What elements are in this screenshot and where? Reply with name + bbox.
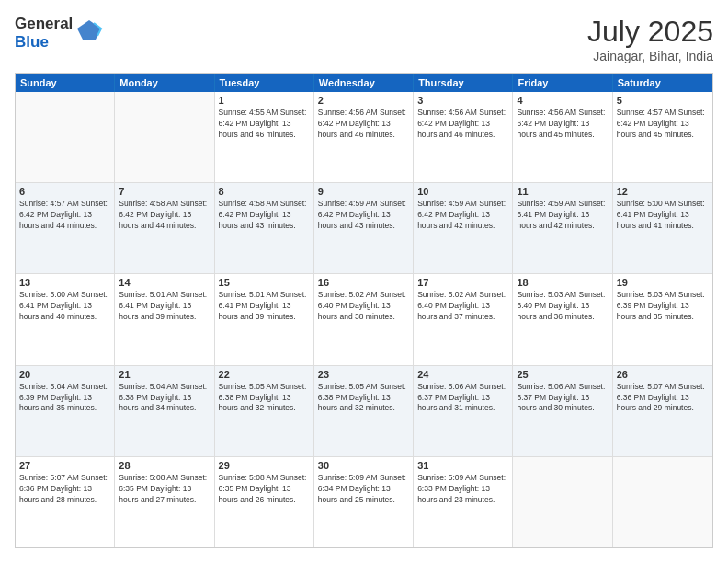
cell-info: Sunrise: 4:58 AM Sunset: 6:42 PM Dayligh… bbox=[219, 199, 310, 232]
cell-info: Sunrise: 5:08 AM Sunset: 6:35 PM Dayligh… bbox=[219, 473, 310, 506]
location: Jainagar, Bihar, India bbox=[587, 49, 713, 63]
day-number: 7 bbox=[119, 186, 210, 197]
cal-cell-empty bbox=[613, 457, 712, 547]
day-number: 8 bbox=[219, 186, 310, 197]
day-number: 6 bbox=[19, 186, 110, 197]
day-header-wednesday: Wednesday bbox=[314, 74, 414, 92]
day-number: 20 bbox=[19, 369, 110, 380]
cal-cell-empty bbox=[16, 92, 115, 182]
day-number: 3 bbox=[417, 95, 508, 106]
cal-cell-day-5: 5Sunrise: 4:57 AM Sunset: 6:42 PM Daylig… bbox=[613, 92, 712, 182]
day-number: 18 bbox=[517, 277, 608, 288]
day-number: 2 bbox=[318, 95, 409, 106]
cell-info: Sunrise: 5:01 AM Sunset: 6:41 PM Dayligh… bbox=[119, 290, 210, 323]
cal-cell-day-2: 2Sunrise: 4:56 AM Sunset: 6:42 PM Daylig… bbox=[314, 92, 414, 182]
cell-info: Sunrise: 5:00 AM Sunset: 6:41 PM Dayligh… bbox=[617, 199, 709, 232]
cal-cell-day-20: 20Sunrise: 5:04 AM Sunset: 6:39 PM Dayli… bbox=[16, 366, 115, 456]
cell-info: Sunrise: 4:59 AM Sunset: 6:41 PM Dayligh… bbox=[517, 199, 608, 232]
cell-info: Sunrise: 5:02 AM Sunset: 6:40 PM Dayligh… bbox=[417, 290, 508, 323]
cell-info: Sunrise: 5:01 AM Sunset: 6:41 PM Dayligh… bbox=[219, 290, 310, 323]
cal-week-row: 27Sunrise: 5:07 AM Sunset: 6:36 PM Dayli… bbox=[16, 456, 712, 547]
day-number: 15 bbox=[219, 277, 310, 288]
cal-cell-day-7: 7Sunrise: 4:58 AM Sunset: 6:42 PM Daylig… bbox=[115, 183, 214, 273]
cal-cell-day-10: 10Sunrise: 4:59 AM Sunset: 6:42 PM Dayli… bbox=[414, 183, 513, 273]
cal-cell-day-30: 30Sunrise: 5:09 AM Sunset: 6:34 PM Dayli… bbox=[314, 457, 414, 547]
day-number: 12 bbox=[617, 186, 709, 197]
month-title: July 2025 bbox=[587, 15, 713, 49]
cell-info: Sunrise: 5:06 AM Sunset: 6:37 PM Dayligh… bbox=[417, 382, 508, 415]
cal-cell-day-25: 25Sunrise: 5:06 AM Sunset: 6:37 PM Dayli… bbox=[513, 366, 612, 456]
cell-info: Sunrise: 5:07 AM Sunset: 6:36 PM Dayligh… bbox=[617, 382, 709, 415]
day-number: 29 bbox=[219, 460, 310, 471]
cell-info: Sunrise: 4:59 AM Sunset: 6:42 PM Dayligh… bbox=[417, 199, 508, 232]
cal-cell-day-31: 31Sunrise: 5:09 AM Sunset: 6:33 PM Dayli… bbox=[414, 457, 513, 547]
day-number: 1 bbox=[219, 95, 310, 106]
day-number: 9 bbox=[318, 186, 409, 197]
cal-cell-day-23: 23Sunrise: 5:05 AM Sunset: 6:38 PM Dayli… bbox=[314, 366, 414, 456]
cell-info: Sunrise: 4:56 AM Sunset: 6:42 PM Dayligh… bbox=[417, 108, 508, 141]
cell-info: Sunrise: 4:56 AM Sunset: 6:42 PM Dayligh… bbox=[318, 108, 409, 141]
cell-info: Sunrise: 4:57 AM Sunset: 6:42 PM Dayligh… bbox=[617, 108, 709, 141]
cell-info: Sunrise: 4:56 AM Sunset: 6:42 PM Dayligh… bbox=[517, 108, 608, 141]
cal-cell-day-11: 11Sunrise: 4:59 AM Sunset: 6:41 PM Dayli… bbox=[513, 183, 612, 273]
cal-week-row: 1Sunrise: 4:55 AM Sunset: 6:42 PM Daylig… bbox=[16, 92, 712, 182]
cal-cell-day-9: 9Sunrise: 4:59 AM Sunset: 6:42 PM Daylig… bbox=[314, 183, 414, 273]
cell-info: Sunrise: 5:00 AM Sunset: 6:41 PM Dayligh… bbox=[19, 290, 110, 323]
cell-info: Sunrise: 5:09 AM Sunset: 6:33 PM Dayligh… bbox=[417, 473, 508, 506]
day-header-monday: Monday bbox=[115, 74, 214, 92]
cal-week-row: 13Sunrise: 5:00 AM Sunset: 6:41 PM Dayli… bbox=[16, 273, 712, 364]
calendar-header-row: SundayMondayTuesdayWednesdayThursdayFrid… bbox=[16, 74, 712, 92]
page: General Blue July 2025 Jainagar, Bihar, … bbox=[0, 0, 728, 563]
cal-cell-day-21: 21Sunrise: 5:04 AM Sunset: 6:38 PM Dayli… bbox=[115, 366, 214, 456]
cal-cell-day-1: 1Sunrise: 4:55 AM Sunset: 6:42 PM Daylig… bbox=[215, 92, 314, 182]
cal-cell-day-27: 27Sunrise: 5:07 AM Sunset: 6:36 PM Dayli… bbox=[16, 457, 115, 547]
cal-cell-day-4: 4Sunrise: 4:56 AM Sunset: 6:42 PM Daylig… bbox=[513, 92, 612, 182]
cal-cell-day-29: 29Sunrise: 5:08 AM Sunset: 6:35 PM Dayli… bbox=[215, 457, 314, 547]
cell-info: Sunrise: 5:09 AM Sunset: 6:34 PM Dayligh… bbox=[318, 473, 409, 506]
cell-info: Sunrise: 4:55 AM Sunset: 6:42 PM Dayligh… bbox=[219, 108, 310, 141]
day-number: 28 bbox=[119, 460, 210, 471]
cell-info: Sunrise: 5:06 AM Sunset: 6:37 PM Dayligh… bbox=[517, 382, 608, 415]
calendar-body: 1Sunrise: 4:55 AM Sunset: 6:42 PM Daylig… bbox=[16, 92, 712, 547]
day-number: 31 bbox=[417, 460, 508, 471]
logo-text: General Blue bbox=[15, 15, 73, 52]
day-number: 14 bbox=[119, 277, 210, 288]
cell-info: Sunrise: 4:59 AM Sunset: 6:42 PM Dayligh… bbox=[318, 199, 409, 232]
cell-info: Sunrise: 5:02 AM Sunset: 6:40 PM Dayligh… bbox=[318, 290, 409, 323]
cal-cell-day-17: 17Sunrise: 5:02 AM Sunset: 6:40 PM Dayli… bbox=[414, 274, 513, 364]
cal-cell-day-15: 15Sunrise: 5:01 AM Sunset: 6:41 PM Dayli… bbox=[215, 274, 314, 364]
cell-info: Sunrise: 4:57 AM Sunset: 6:42 PM Dayligh… bbox=[19, 199, 110, 232]
cell-info: Sunrise: 5:05 AM Sunset: 6:38 PM Dayligh… bbox=[318, 382, 409, 415]
header: General Blue July 2025 Jainagar, Bihar, … bbox=[15, 15, 713, 63]
cal-cell-day-22: 22Sunrise: 5:05 AM Sunset: 6:38 PM Dayli… bbox=[215, 366, 314, 456]
day-header-tuesday: Tuesday bbox=[215, 74, 314, 92]
day-number: 27 bbox=[19, 460, 110, 471]
cal-cell-day-14: 14Sunrise: 5:01 AM Sunset: 6:41 PM Dayli… bbox=[115, 274, 214, 364]
cal-cell-day-26: 26Sunrise: 5:07 AM Sunset: 6:36 PM Dayli… bbox=[613, 366, 712, 456]
cal-week-row: 6Sunrise: 4:57 AM Sunset: 6:42 PM Daylig… bbox=[16, 182, 712, 273]
day-number: 23 bbox=[318, 369, 409, 380]
day-header-sunday: Sunday bbox=[16, 74, 115, 92]
cell-info: Sunrise: 5:05 AM Sunset: 6:38 PM Dayligh… bbox=[219, 382, 310, 415]
day-number: 4 bbox=[517, 95, 608, 106]
day-number: 16 bbox=[318, 277, 409, 288]
cal-cell-day-3: 3Sunrise: 4:56 AM Sunset: 6:42 PM Daylig… bbox=[414, 92, 513, 182]
cell-info: Sunrise: 5:03 AM Sunset: 6:39 PM Dayligh… bbox=[617, 290, 709, 323]
cal-cell-day-28: 28Sunrise: 5:08 AM Sunset: 6:35 PM Dayli… bbox=[115, 457, 214, 547]
cal-cell-empty bbox=[513, 457, 612, 547]
cal-cell-day-19: 19Sunrise: 5:03 AM Sunset: 6:39 PM Dayli… bbox=[613, 274, 712, 364]
cell-info: Sunrise: 5:04 AM Sunset: 6:38 PM Dayligh… bbox=[119, 382, 210, 415]
day-number: 13 bbox=[19, 277, 110, 288]
day-header-friday: Friday bbox=[513, 74, 612, 92]
day-number: 26 bbox=[617, 369, 709, 380]
cal-cell-day-24: 24Sunrise: 5:06 AM Sunset: 6:37 PM Dayli… bbox=[414, 366, 513, 456]
cell-info: Sunrise: 5:04 AM Sunset: 6:39 PM Dayligh… bbox=[19, 382, 110, 415]
day-number: 21 bbox=[119, 369, 210, 380]
day-header-saturday: Saturday bbox=[613, 74, 712, 92]
day-header-thursday: Thursday bbox=[414, 74, 513, 92]
cal-cell-day-8: 8Sunrise: 4:58 AM Sunset: 6:42 PM Daylig… bbox=[215, 183, 314, 273]
cell-info: Sunrise: 5:07 AM Sunset: 6:36 PM Dayligh… bbox=[19, 473, 110, 506]
logo-general: General bbox=[15, 15, 73, 32]
logo-icon bbox=[75, 16, 103, 43]
cal-cell-empty bbox=[115, 92, 214, 182]
